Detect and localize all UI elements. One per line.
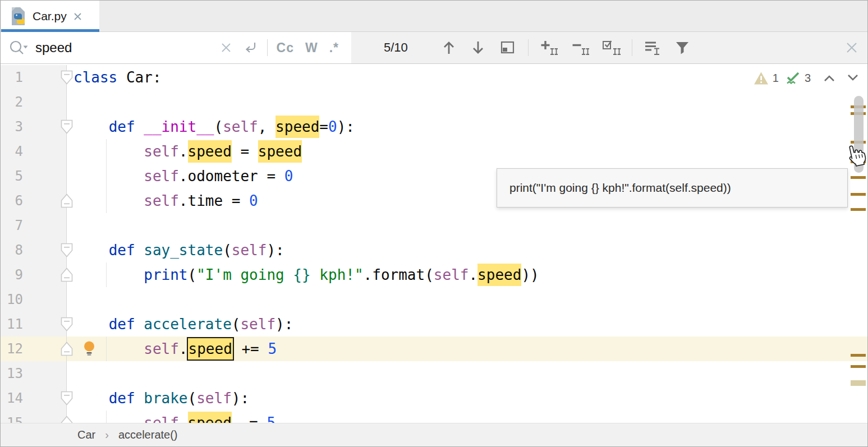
token-keyword: class — [74, 69, 117, 86]
tab-car-py[interactable]: Car.py — [1, 1, 99, 32]
code-line-13[interactable]: 13 — [1, 361, 867, 386]
code-cell[interactable]: self.speed += 5 — [67, 337, 867, 361]
clear-search-icon[interactable] — [220, 42, 232, 54]
code-cell[interactable] — [67, 213, 867, 238]
search-input[interactable]: speed — [35, 40, 72, 56]
code-line-3[interactable]: 3 def __init__(self, speed=0): — [1, 114, 867, 139]
fold-start-icon[interactable] — [61, 391, 73, 405]
words-button[interactable]: W — [305, 40, 318, 56]
code-line-1[interactable]: 1class Car: — [1, 65, 867, 90]
newline-icon[interactable] — [242, 40, 258, 55]
stripe-match-mark[interactable] — [851, 354, 866, 357]
line-number[interactable]: 8 — [1, 238, 23, 262]
gutter-cell[interactable]: 12 — [1, 337, 67, 361]
code-cell[interactable]: def accelerate(self): — [67, 312, 867, 337]
line-number[interactable]: 1 — [1, 65, 23, 90]
code-cell[interactable]: def __init__(self, speed=0): — [67, 114, 867, 139]
inspections-widget[interactable]: 1 3 — [754, 71, 860, 85]
gutter-cell[interactable]: 6 — [1, 188, 67, 213]
line-number[interactable]: 9 — [1, 262, 23, 287]
line-number[interactable]: 4 — [1, 139, 23, 164]
intention-bulb-icon[interactable] — [83, 341, 95, 356]
stripe-match-mark[interactable] — [851, 176, 866, 179]
gutter-cell[interactable]: 2 — [1, 90, 67, 114]
stripe-warning-mark[interactable] — [851, 380, 866, 386]
line-number[interactable]: 7 — [1, 213, 23, 238]
regex-button[interactable]: .* — [329, 40, 339, 56]
code-line-4[interactable]: 4 self.speed = speed — [1, 139, 867, 164]
fold-end-icon[interactable] — [61, 268, 73, 282]
search-icon[interactable] — [8, 39, 29, 56]
gutter-cell[interactable]: 10 — [1, 287, 67, 312]
code-cell[interactable]: class Car: — [67, 65, 867, 90]
stripe-match-mark[interactable] — [851, 365, 866, 368]
gutter-cell[interactable]: 14 — [1, 386, 67, 411]
gutter-cell[interactable]: 4 — [1, 139, 67, 164]
line-number[interactable]: 2 — [1, 90, 23, 114]
code-cell[interactable]: self.speed = speed — [67, 139, 867, 164]
gutter-cell[interactable]: 15 — [1, 411, 67, 423]
fold-start-icon[interactable] — [61, 70, 73, 85]
line-number[interactable]: 14 — [1, 386, 23, 411]
code-cell[interactable] — [67, 287, 867, 312]
fold-start-icon[interactable] — [61, 243, 73, 257]
next-problem-icon[interactable] — [846, 73, 860, 83]
code-cell[interactable] — [67, 361, 867, 386]
gutter-cell[interactable]: 9 — [1, 262, 67, 287]
next-occurrence-button[interactable] — [471, 40, 485, 56]
line-number[interactable]: 13 — [1, 361, 23, 386]
previous-problem-icon[interactable] — [823, 73, 836, 83]
gutter-cell[interactable]: 8 — [1, 238, 67, 262]
code-line-15[interactable]: 15 self.speed -= 5 — [1, 411, 867, 423]
code-line-14[interactable]: 14 def brake(self): — [1, 386, 867, 411]
line-number[interactable]: 11 — [1, 312, 23, 337]
filter-button[interactable] — [675, 40, 690, 55]
match-case-button[interactable]: Cc — [277, 40, 294, 56]
open-in-find-window-button[interactable] — [500, 40, 516, 55]
line-number[interactable]: 12 — [1, 337, 23, 361]
token-number: 0 — [249, 192, 258, 209]
gutter-cell[interactable]: 5 — [1, 164, 67, 188]
gutter-cell[interactable]: 11 — [1, 312, 67, 337]
gutter-cell[interactable]: 3 — [1, 114, 67, 139]
code-line-2[interactable]: 2 — [1, 90, 867, 114]
remove-selection-button[interactable] — [571, 39, 589, 56]
code-line-10[interactable]: 10 — [1, 287, 867, 312]
code-cell[interactable]: def brake(self): — [67, 386, 867, 411]
gutter-cell[interactable]: 13 — [1, 361, 67, 386]
code-cell[interactable] — [67, 90, 867, 114]
search-field[interactable]: speed Cc W .* — [1, 32, 351, 63]
select-all-occurrences-button[interactable] — [601, 39, 621, 56]
code-line-7[interactable]: 7 — [1, 213, 867, 238]
tab-close-icon[interactable] — [73, 12, 82, 21]
code-cell[interactable]: def say_state(self): — [67, 238, 867, 262]
breadcrumb-item-class[interactable]: Car — [77, 428, 95, 441]
fold-end-icon[interactable] — [61, 416, 73, 423]
breadcrumb-item-method[interactable]: accelerate() — [118, 428, 178, 441]
find-options-button[interactable] — [644, 40, 660, 56]
line-number[interactable]: 3 — [1, 114, 23, 139]
stripe-match-mark[interactable] — [851, 193, 866, 196]
breadcrumb: Car › accelerate() — [1, 423, 867, 446]
line-number[interactable]: 5 — [1, 164, 23, 188]
line-number[interactable]: 10 — [1, 287, 23, 312]
fold-start-icon[interactable] — [61, 119, 73, 134]
code-line-9[interactable]: 9 print("I'm going {} kph!".format(self.… — [1, 262, 867, 287]
fold-end-icon[interactable] — [61, 193, 73, 208]
add-selection-button[interactable] — [540, 39, 558, 56]
line-number[interactable]: 15 — [1, 411, 23, 423]
code-editor[interactable]: 1class Car:23 def __init__(self, speed=0… — [1, 64, 867, 423]
code-line-8[interactable]: 8 def say_state(self): — [1, 238, 867, 262]
gutter-cell[interactable]: 7 — [1, 213, 67, 238]
fold-end-icon[interactable] — [61, 342, 73, 356]
stripe-match-mark[interactable] — [851, 208, 866, 211]
fold-start-icon[interactable] — [61, 317, 73, 331]
previous-occurrence-button[interactable] — [442, 40, 456, 56]
line-number[interactable]: 6 — [1, 188, 23, 213]
gutter-cell[interactable]: 1 — [1, 65, 67, 90]
code-cell[interactable]: self.speed -= 5 — [67, 411, 867, 423]
close-find-bar-icon[interactable] — [845, 41, 858, 54]
code-line-12[interactable]: 12 self.speed += 5 — [1, 337, 867, 361]
code-line-11[interactable]: 11 def accelerate(self): — [1, 312, 867, 337]
code-cell[interactable]: print("I'm going {} kph!".format(self.sp… — [67, 262, 867, 287]
